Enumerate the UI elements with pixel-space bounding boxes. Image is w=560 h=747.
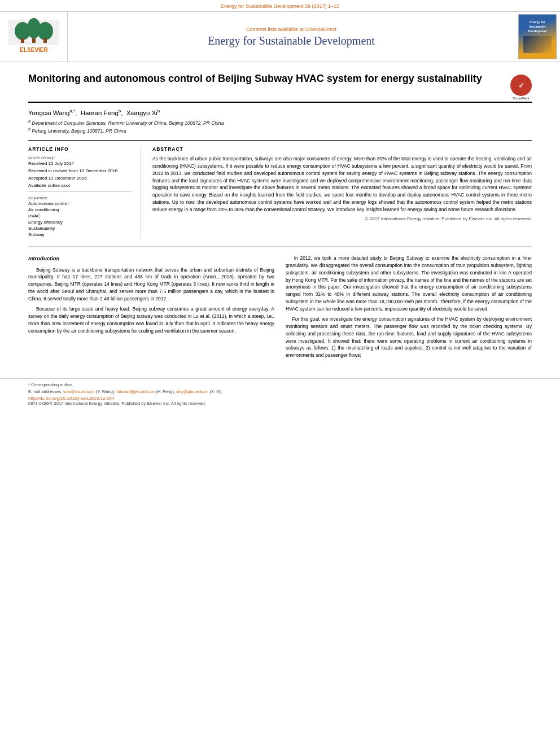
author-3-name: Xiangyu Xi [126,110,158,116]
keyword-6: Subway [28,232,132,237]
issn-line: 0973-0826/© 2017 International Energy In… [28,401,532,406]
abstract-heading: ABSTRACT [152,146,532,152]
elsevier-logo-svg: ELSEVIER [6,17,62,56]
abstract-text: As the backbone of urban public transpor… [152,155,532,213]
crossmark-icon: ✓ [518,81,524,90]
author-3-sup: b [158,108,160,113]
received-date: Received 15 July 2014 [28,161,132,166]
body-left-para-1: Beijing Subway is a backbone transportat… [28,267,274,303]
journal-cover-image: Energy forSustainableDevelopment [518,14,557,59]
science-direct-link[interactable]: ScienceDirect [305,27,337,32]
body-divider [28,246,532,247]
journal-title: Energy for Sustainable Development [208,34,375,47]
copyright-line: © 2017 International Energy Initiative. … [152,216,532,221]
article-title-section: Monitoring and autonomous control of Bei… [28,72,532,103]
svg-point-3 [37,22,53,40]
keyword-1: Autonomous control [28,201,132,206]
keyword-5: Sustainability [28,226,132,231]
body-right-column: In 2012, we took a more detailed study t… [286,255,532,362]
keywords-list: Autonomous control Air conditioning HVAC… [28,201,132,237]
authors-line: Yongcai Wanga,*, Haoran Fengb, Xiangyu X… [28,108,532,116]
article-info-column: ARTICLE INFO Article history: Received 1… [28,146,141,238]
author-2-sup: b [119,108,121,113]
affiliations: a Department of Computer Sciences, Renmi… [28,119,532,134]
page-footer: * Corresponding author. E-mail addresses… [0,378,560,409]
crossmark-label: CrossMark [510,97,532,100]
accepted-date: Accepted 12 December 2016 [28,176,132,181]
info-abstract-row: ARTICLE INFO Article history: Received 1… [28,140,532,238]
journal-header-center: Contents lists available at ScienceDirec… [68,12,515,62]
article-info-divider [28,191,132,192]
body-columns: Introduction Beijing Subway is a backbon… [28,255,532,362]
online-date: Available online xxxx [28,183,132,188]
corresponding-author-note: * Corresponding author. [28,382,532,387]
keyword-2: Air conditioning [28,207,132,212]
author-1-sup: a,* [69,108,75,113]
email-link-1[interactable]: ycw@ruc.edu.cn [63,389,95,394]
svg-rect-5 [32,38,36,43]
affil-b: b Peking University, Beijing 100871, PR … [28,127,532,134]
body-right-para-1: In 2012, we took a more detailed study t… [286,255,532,312]
crossmark-circle: ✓ [510,75,532,96]
revised-date: Received in revised form 12 December 201… [28,168,132,173]
journal-header: ELSEVIER Contents lists available at Sci… [0,11,560,62]
email-link-2[interactable]: haoran@pku.edu.cn [116,389,155,394]
journal-link-bar: Energy for Sustainable Development 39 (2… [0,0,560,11]
author-2-name: Haoran Feng [81,110,119,116]
abstract-column: ABSTRACT As the backbone of urban public… [152,146,532,238]
email-link-3[interactable]: xixy@pku.edu.cn [176,389,208,394]
elsevier-logo-area: ELSEVIER [0,12,68,62]
keyword-3: HVAC [28,213,132,219]
introduction-heading: Introduction [28,255,274,263]
main-content: Monitoring and autonomous control of Bei… [0,62,560,373]
article-info-heading: ARTICLE INFO [28,146,132,152]
keywords-label: Keywords: [28,195,132,200]
journal-citation: Energy for Sustainable Development 39 (2… [221,3,339,9]
affil-a: a Department of Computer Sciences, Renmi… [28,119,532,126]
body-right-para-2: For this goal, we investigate the energy… [286,316,532,359]
crossmark-badge[interactable]: ✓ CrossMark [510,75,532,96]
svg-text:ELSEVIER: ELSEVIER [20,47,48,53]
svg-rect-4 [21,38,24,43]
body-left-column: Introduction Beijing Subway is a backbon… [28,255,274,362]
svg-rect-6 [43,38,47,43]
email-addresses: E-mail addresses: ycw@ruc.edu.cn (Y. Wan… [28,389,532,394]
doi-link[interactable]: http://dx.doi.org/10.1016/j.esd.2016.12.… [28,396,532,401]
body-left-para-2: Because of its large scale and heavy loa… [28,305,274,334]
contents-line: Contents lists available at ScienceDirec… [246,27,336,32]
article-title: Monitoring and autonomous control of Bei… [28,72,502,85]
page: Energy for Sustainable Development 39 (2… [0,0,560,747]
journal-cover-thumb: Energy forSustainableDevelopment [515,12,560,62]
article-history-label: Article history: [28,155,132,160]
keyword-4: Energy efficiency [28,220,132,225]
author-1-name: Yongcai Wang [28,110,69,116]
